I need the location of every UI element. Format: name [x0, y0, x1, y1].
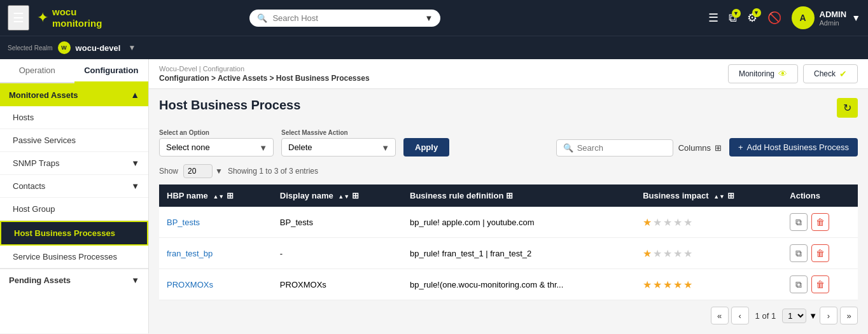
hbp-name-cell: PROXMOXs: [159, 269, 272, 300]
sidebar-item-host-group[interactable]: Host Group: [0, 198, 148, 221]
delete-button[interactable]: 🗑: [811, 244, 829, 262]
delete-button[interactable]: 🗑: [811, 275, 829, 293]
display-name-cell: -: [272, 238, 402, 269]
realm-bar[interactable]: Selected Realm W wocu-devel ▼: [0, 36, 868, 59]
display-name-sort-icon[interactable]: ▲▼: [338, 193, 349, 200]
copy-button[interactable]: ⧉: [790, 213, 808, 231]
action-buttons: ⧉🗑: [790, 275, 850, 293]
star-1[interactable]: ★: [643, 216, 652, 228]
tab-operation[interactable]: Operation: [0, 59, 74, 82]
business-impact-cell: ★★★★★: [635, 207, 782, 238]
sidebar-item-snmp-traps[interactable]: SNMP Traps ▼: [0, 152, 148, 175]
star-5[interactable]: ★: [683, 279, 692, 291]
search-dropdown-arrow[interactable]: ▼: [425, 13, 433, 23]
realm-icon: W: [58, 41, 71, 54]
pagination-last-button[interactable]: »: [840, 307, 858, 324]
star-2[interactable]: ★: [653, 279, 662, 291]
star-2[interactable]: ★: [653, 216, 662, 228]
show-select-input[interactable]: 20: [183, 164, 213, 178]
star-3[interactable]: ★: [663, 279, 672, 291]
th-hbp-name: HBP name ▲▼ ⊞: [159, 184, 272, 207]
hamburger-menu[interactable]: ☰: [8, 5, 29, 31]
gear-icon[interactable]: ⚙ ▼: [747, 11, 757, 25]
business-impact-columns-icon[interactable]: ⊞: [727, 191, 734, 200]
pagination-first-button[interactable]: «: [711, 307, 729, 324]
star-rating[interactable]: ★★★★★: [643, 279, 774, 291]
star-rating[interactable]: ★★★★★: [643, 247, 774, 260]
sidebar-item-host-business-processes[interactable]: Host Business Processes: [0, 221, 148, 246]
columns-button[interactable]: Columns ⊞: [678, 143, 722, 153]
realm-chevron-icon: ▼: [128, 43, 136, 52]
screen-icon[interactable]: ⧉ ▼: [729, 11, 737, 25]
star-4[interactable]: ★: [673, 247, 682, 260]
table-header: HBP name ▲▼ ⊞ Display name ▲▼ ⊞ Business…: [159, 184, 858, 207]
table-body: BP_testsBP_testsbp_rule! apple.com | you…: [159, 207, 858, 300]
table-search-input[interactable]: [577, 143, 666, 153]
actions-cell: ⧉🗑: [782, 207, 858, 238]
star-2[interactable]: ★: [653, 247, 662, 260]
select-option-group: Select an Option Select none ▼: [159, 129, 274, 157]
star-5[interactable]: ★: [683, 216, 692, 228]
star-rating[interactable]: ★★★★★: [643, 216, 774, 228]
monitoring-button[interactable]: Monitoring 👁: [728, 64, 798, 83]
user-menu[interactable]: A ADMIN Admin ▼: [792, 6, 860, 29]
sidebar-item-hosts[interactable]: Hosts: [0, 106, 148, 129]
search-box: 🔍: [556, 139, 673, 157]
hbp-name-link[interactable]: fran_test_bp: [167, 249, 213, 258]
pagination-prev-button[interactable]: ‹: [731, 307, 749, 324]
sidebar-section-pending-assets[interactable]: Pending Assets ▼: [0, 268, 148, 291]
check-button[interactable]: Check ✔: [803, 64, 858, 83]
apply-button[interactable]: Apply: [403, 138, 449, 157]
action-buttons: ⧉🗑: [790, 213, 850, 231]
sidebar-item-service-business-processes[interactable]: Service Business Processes: [0, 246, 148, 268]
screen-badge: ▼: [732, 9, 741, 18]
star-4[interactable]: ★: [673, 279, 682, 291]
monitored-assets-label: Monitored Assets: [9, 90, 78, 100]
entries-info: Showing 1 to 3 of 3 entries: [228, 167, 318, 176]
hbp-name-columns-icon[interactable]: ⊞: [227, 191, 234, 200]
pagination-page-select[interactable]: 1: [782, 309, 806, 323]
sidebar-item-contacts[interactable]: Contacts ▼: [0, 175, 148, 198]
table-row: BP_testsBP_testsbp_rule! apple.com | you…: [159, 207, 858, 238]
star-1[interactable]: ★: [643, 247, 652, 260]
star-5[interactable]: ★: [683, 247, 692, 260]
copy-button[interactable]: ⧉: [790, 244, 808, 262]
tab-configuration[interactable]: Configuration: [74, 59, 149, 83]
select-massive-input[interactable]: Delete: [281, 138, 396, 157]
eye-slash-icon[interactable]: 🚫: [767, 11, 781, 25]
hbp-name-sort-icon[interactable]: ▲▼: [213, 193, 224, 200]
toolbar-right: 🔍 Columns ⊞: [556, 139, 722, 157]
delete-button[interactable]: 🗑: [811, 213, 829, 231]
star-4[interactable]: ★: [673, 216, 682, 228]
select-option-input[interactable]: Select none: [159, 138, 274, 157]
breadcrumb-site: Wocu-Devel | Configuration: [159, 65, 370, 73]
list-view-icon[interactable]: ☰: [708, 11, 718, 25]
gear-badge: ▼: [752, 8, 761, 17]
add-label: Add Host Business Process: [747, 143, 849, 152]
select-option-wrapper: Select none ▼: [159, 138, 274, 157]
refresh-button[interactable]: ↻: [837, 98, 858, 118]
star-1[interactable]: ★: [643, 279, 652, 291]
hbp-name-link[interactable]: PROXMOXs: [167, 280, 213, 289]
sidebar-item-passive-services[interactable]: Passive Services: [0, 129, 148, 152]
display-name-columns-icon[interactable]: ⊞: [352, 191, 359, 200]
copy-button[interactable]: ⧉: [790, 275, 808, 293]
columns-grid-icon: ⊞: [715, 143, 722, 153]
sidebar-section-monitored-assets[interactable]: Monitored Assets ▲: [0, 83, 148, 106]
select-option-label: Select an Option: [159, 129, 274, 136]
logo: ✦ wocumonitoring: [37, 6, 102, 29]
check-icon: ✔: [839, 69, 847, 79]
star-3[interactable]: ★: [663, 216, 672, 228]
pagination-next-button[interactable]: ›: [820, 307, 837, 324]
star-3[interactable]: ★: [663, 247, 672, 260]
hbp-name-link[interactable]: BP_tests: [167, 218, 200, 227]
add-plus-icon: +: [738, 143, 743, 152]
user-chevron-icon: ▼: [851, 13, 860, 23]
add-host-business-process-button[interactable]: + Add Host Business Process: [729, 138, 858, 157]
display-name-cell: BP_tests: [272, 207, 402, 238]
business-impact-sort-icon[interactable]: ▲▼: [713, 193, 725, 200]
search-box-icon: 🔍: [563, 143, 573, 153]
business-rule-columns-icon[interactable]: ⊞: [506, 191, 513, 200]
show-select-wrapper: 20 ▼: [183, 164, 223, 178]
search-input[interactable]: [272, 13, 419, 23]
